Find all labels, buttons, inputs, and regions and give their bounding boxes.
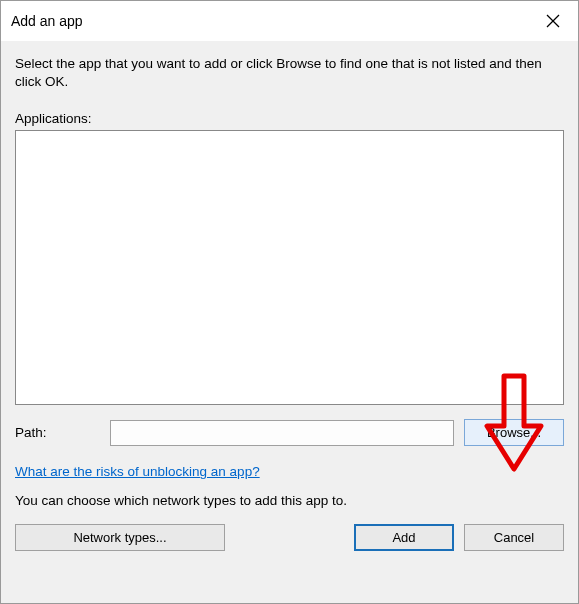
button-row: Network types... Add Cancel	[15, 524, 564, 551]
window-title: Add an app	[11, 13, 83, 29]
cancel-button[interactable]: Cancel	[464, 524, 564, 551]
browse-button[interactable]: Browse...	[464, 419, 564, 446]
risks-link[interactable]: What are the risks of unblocking an app?	[15, 464, 564, 479]
close-icon	[546, 14, 560, 28]
applications-listbox[interactable]	[15, 130, 564, 405]
add-app-dialog: Add an app Select the app that you want …	[0, 0, 579, 604]
path-input[interactable]	[110, 420, 454, 446]
applications-label: Applications:	[15, 111, 564, 126]
path-row: Path: Browse...	[15, 419, 564, 446]
network-types-note: You can choose which network types to ad…	[15, 493, 564, 508]
path-label: Path:	[15, 425, 100, 440]
instruction-text: Select the app that you want to add or c…	[15, 55, 564, 91]
titlebar: Add an app	[1, 1, 578, 41]
close-button[interactable]	[528, 1, 578, 41]
network-types-button[interactable]: Network types...	[15, 524, 225, 551]
dialog-content: Select the app that you want to add or c…	[1, 41, 578, 603]
add-button[interactable]: Add	[354, 524, 454, 551]
